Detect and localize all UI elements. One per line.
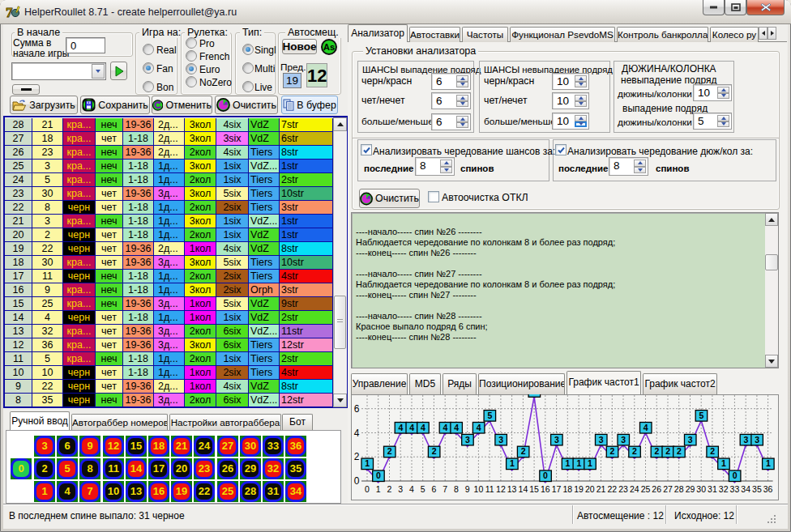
svg-text:7: 7 xyxy=(443,484,447,494)
svg-text:1: 1 xyxy=(365,458,370,468)
svg-text:6: 6 xyxy=(354,403,360,415)
svg-text:3: 3 xyxy=(498,435,503,445)
svg-text:4: 4 xyxy=(443,423,447,432)
svg-text:0: 0 xyxy=(543,470,548,480)
svg-text:36: 36 xyxy=(763,484,773,494)
svg-text:4: 4 xyxy=(354,428,360,439)
svg-text:27: 27 xyxy=(663,484,673,494)
svg-text:3: 3 xyxy=(755,435,759,445)
svg-text:2: 2 xyxy=(654,446,659,456)
svg-text:3: 3 xyxy=(554,435,559,445)
svg-text:34: 34 xyxy=(741,484,750,494)
svg-text:4: 4 xyxy=(477,423,481,432)
svg-text:0: 0 xyxy=(733,470,738,480)
svg-text:3: 3 xyxy=(688,435,693,445)
svg-text:2: 2 xyxy=(521,446,526,456)
svg-text:14: 14 xyxy=(519,484,528,494)
svg-text:1: 1 xyxy=(510,458,515,468)
svg-text:3: 3 xyxy=(743,435,748,445)
svg-text:16: 16 xyxy=(541,484,550,494)
svg-text:2: 2 xyxy=(677,446,682,456)
svg-text:15: 15 xyxy=(529,484,539,494)
svg-text:2: 2 xyxy=(710,446,715,456)
svg-text:18: 18 xyxy=(562,484,572,494)
svg-text:3: 3 xyxy=(599,435,604,445)
svg-text:19: 19 xyxy=(574,484,584,494)
svg-text:2: 2 xyxy=(610,446,615,456)
svg-text:23: 23 xyxy=(618,484,628,494)
svg-text:35: 35 xyxy=(752,484,762,494)
svg-text:1: 1 xyxy=(566,458,571,468)
svg-text:4: 4 xyxy=(421,423,425,432)
svg-text:2: 2 xyxy=(387,484,392,494)
svg-text:4: 4 xyxy=(454,423,459,432)
svg-text:7: 7 xyxy=(532,394,537,396)
svg-text:0: 0 xyxy=(376,470,381,480)
svg-text:1: 1 xyxy=(576,458,581,468)
svg-text:11: 11 xyxy=(485,484,494,494)
svg-text:6: 6 xyxy=(431,484,436,494)
svg-text:12: 12 xyxy=(496,484,506,494)
svg-text:13: 13 xyxy=(507,484,517,494)
svg-text:2: 2 xyxy=(632,446,637,456)
svg-text:31: 31 xyxy=(708,484,717,494)
svg-text:3: 3 xyxy=(621,435,626,445)
svg-text:4: 4 xyxy=(409,484,414,494)
svg-text:8: 8 xyxy=(454,484,459,494)
svg-text:25: 25 xyxy=(641,484,651,494)
svg-text:20: 20 xyxy=(585,484,595,494)
svg-text:4: 4 xyxy=(409,423,414,432)
svg-text:0: 0 xyxy=(365,484,370,494)
svg-text:22: 22 xyxy=(607,484,617,494)
svg-text:17: 17 xyxy=(552,484,562,494)
svg-text:9: 9 xyxy=(465,484,470,494)
svg-text:26: 26 xyxy=(652,484,661,494)
svg-text:5: 5 xyxy=(421,484,425,494)
svg-text:5: 5 xyxy=(699,411,703,420)
svg-text:10: 10 xyxy=(474,484,484,494)
svg-text:4: 4 xyxy=(398,423,403,432)
svg-text:4: 4 xyxy=(643,423,648,432)
svg-text:28: 28 xyxy=(674,484,684,494)
svg-text:1: 1 xyxy=(721,458,726,468)
svg-text:5: 5 xyxy=(487,411,492,420)
svg-text:1: 1 xyxy=(588,458,592,468)
svg-text:32: 32 xyxy=(719,484,729,494)
svg-text:3: 3 xyxy=(398,484,403,494)
svg-text:0: 0 xyxy=(354,475,360,487)
svg-text:2: 2 xyxy=(665,446,670,456)
svg-text:2: 2 xyxy=(354,451,360,462)
svg-text:3: 3 xyxy=(465,435,470,445)
svg-text:33: 33 xyxy=(730,484,740,494)
svg-text:30: 30 xyxy=(696,484,706,494)
svg-text:2: 2 xyxy=(387,446,392,456)
svg-text:1: 1 xyxy=(376,484,381,494)
svg-text:24: 24 xyxy=(630,484,639,494)
svg-text:1: 1 xyxy=(766,458,771,468)
svg-text:29: 29 xyxy=(686,484,695,494)
svg-text:21: 21 xyxy=(596,484,606,494)
svg-text:2: 2 xyxy=(432,446,437,456)
